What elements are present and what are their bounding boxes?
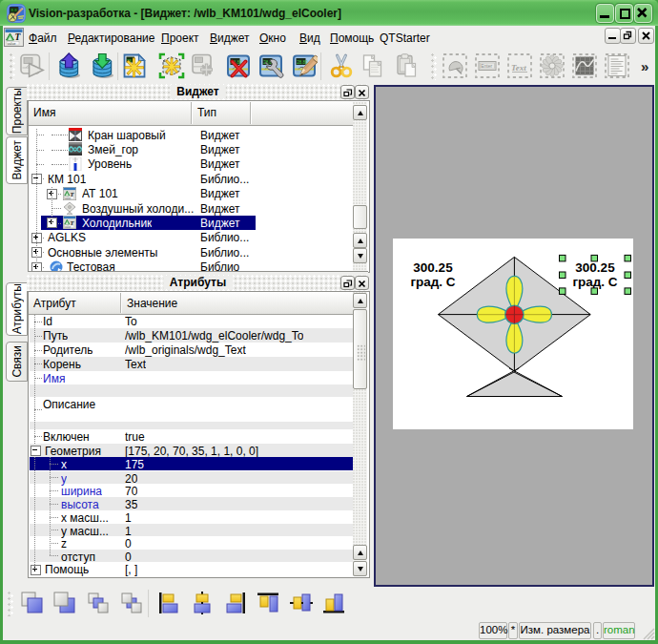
svg-text:value: value <box>65 196 72 199</box>
svg-text:value: value <box>8 42 16 46</box>
svg-text:300.25: 300.25 <box>575 260 615 275</box>
svg-text:8.8: 8.8 <box>11 8 18 12</box>
svg-text:28.80: 28.80 <box>297 60 308 65</box>
svg-text:град. С: град. С <box>410 275 455 289</box>
svg-text:Text: Text <box>511 63 526 73</box>
svg-text:value: value <box>65 225 72 229</box>
svg-text:град. С: град. С <box>572 275 617 289</box>
svg-text:Enter: Enter <box>481 63 492 69</box>
svg-text:300.25: 300.25 <box>413 260 453 275</box>
